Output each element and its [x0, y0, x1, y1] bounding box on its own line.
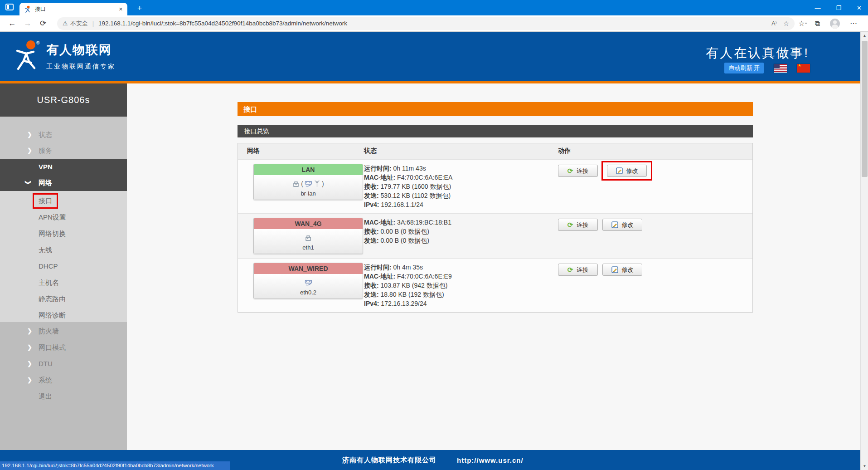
brand-title: 有人物联网 [46, 42, 116, 58]
edit-icon [616, 167, 623, 174]
url-text[interactable]: 192.168.1.1/cgi-bin/luci/;stok=8b7fc55a0… [98, 20, 765, 27]
connect-button[interactable]: ⟳ 连接 [558, 165, 598, 177]
sidebar: USR-G806s ❯ 状态 ❯ 服务 VPN ❯ 网络 [0, 83, 127, 450]
status-cell: 运行时间: 0h 11m 43s MAC-地址: F4:70:0C:6A:6E:… [355, 164, 549, 209]
profile-avatar[interactable] [830, 19, 840, 29]
chevron-right-icon: ❯ [27, 339, 32, 356]
connect-button[interactable]: ⟳ 连接 [558, 264, 598, 276]
connect-refresh-icon: ⟳ [567, 221, 573, 229]
english-flag-icon[interactable] [774, 64, 787, 73]
sidebar-item-services[interactable]: ❯ 服务 [0, 142, 127, 158]
sidebar-item-interfaces[interactable]: 接口 [0, 193, 127, 209]
forward-icon: → [20, 19, 35, 28]
browser-menu-icon[interactable]: ⋯ [850, 19, 857, 28]
sidebar-item-dhcp[interactable]: DHCP [0, 258, 127, 274]
refresh-icon[interactable]: ⟳ [35, 19, 51, 28]
tab-title: 接口 [35, 5, 115, 13]
edit-button[interactable]: 修改 [607, 165, 647, 177]
address-bar[interactable]: ⚠ 不安全 | 192.168.1.1/cgi-bin/luci/;stok=8… [57, 17, 795, 30]
sidebar-item-wireless[interactable]: 无线 [0, 242, 127, 258]
sidebar-group-active: VPN ❯ 网络 [0, 159, 127, 191]
column-actions: 动作 [549, 147, 752, 155]
sidebar-item-system[interactable]: ❯ 系统 [0, 372, 127, 388]
device-name: USR-G806s [0, 83, 127, 117]
edit-button[interactable]: 修改 [602, 219, 642, 231]
interface-badge: WAN_4G [254, 218, 363, 229]
sidebar-group-bottom: ❯ 防火墙 ❯ 网口模式 ❯ DTU ❯ 系统 退出 [0, 322, 127, 450]
window-minimize-icon[interactable]: — [815, 5, 820, 11]
browser-tab[interactable]: 接口 ✕ [19, 3, 127, 15]
chevron-right-icon: ❯ [27, 372, 32, 388]
chevron-right-icon: ❯ [27, 142, 32, 158]
scroll-down-icon[interactable]: ▼ [861, 462, 868, 470]
annotation-interfaces-highlight: 接口 [33, 193, 58, 209]
chevron-down-icon: ❯ [20, 180, 36, 185]
interface-badge: WAN_WIRED [254, 263, 363, 274]
status-cell: 运行时间: 0h 4m 35s MAC-地址: F4:70:0C:6A:6E:E… [355, 263, 549, 308]
new-tab-button[interactable]: + [134, 4, 145, 13]
footer-company: 济南有人物联网技术有限公司 [342, 456, 436, 465]
add-favorite-icon[interactable]: ☆ [783, 20, 789, 28]
section-title: 接口总览 [238, 125, 753, 137]
svg-text:®: ® [36, 40, 40, 45]
header-slogan: 有人在认真做事! [706, 44, 809, 62]
usr-logo-icon: ® [13, 39, 43, 72]
switch-icon [305, 181, 312, 187]
interface-table: 网络 状态 动作 LAN ( [238, 143, 753, 313]
sidebar-item-diagnostics[interactable]: 网络诊断 [0, 307, 127, 323]
screen: 接口 ✕ + — ❐ ✕ ← → ⟳ ⚠ 不安全 | 192.168.1.1/c… [0, 0, 868, 470]
window-restore-icon[interactable]: ❐ [836, 5, 841, 11]
main-content: 接口 接口总览 网络 状态 动作 LAN [127, 83, 868, 450]
sidebar-item-status[interactable]: ❯ 状态 [0, 127, 127, 142]
browser-toolbar: ← → ⟳ ⚠ 不安全 | 192.168.1.1/cgi-bin/luci/;… [0, 15, 868, 32]
back-icon[interactable]: ← [5, 19, 20, 28]
sidebar-item-network[interactable]: ❯ 网络 [0, 175, 127, 191]
window-close-icon[interactable]: ✕ [857, 5, 862, 11]
edit-icon [611, 221, 618, 228]
auto-refresh-toggle[interactable]: 自动刷新 开 [724, 63, 764, 73]
chinese-flag-icon[interactable] [797, 64, 810, 73]
address-separator: | [92, 20, 94, 27]
page-scrollbar[interactable]: ▲ ▼ [860, 32, 868, 470]
sidebar-item-firewall[interactable]: ❯ 防火墙 [0, 323, 127, 339]
favorites-bar-lines: ≡ [805, 21, 807, 25]
edit-icon [611, 266, 618, 273]
sidebar-item-dtu[interactable]: ❯ DTU [0, 356, 127, 372]
chevron-right-icon: ❯ [27, 323, 32, 339]
paren-open: ( [301, 180, 303, 187]
favorites-bar-icon[interactable]: ☆≡ [798, 19, 805, 28]
read-aloud-icon[interactable]: A⁾ [771, 20, 777, 27]
scroll-up-icon[interactable]: ▲ [861, 32, 868, 39]
workspace-icon[interactable] [5, 4, 14, 10]
sidebar-submenu-network: 接口 APN设置 网络切换 无线 DHCP 主机名 静态路由 网络诊断 [0, 191, 127, 322]
paren-close: ) [322, 180, 324, 187]
connect-button[interactable]: ⟳ 连接 [558, 219, 598, 231]
site-header: ® 有人物联网 工业物联网通信专家 有人在认真做事! 自动刷新 开 [0, 32, 868, 81]
sidebar-item-hostname[interactable]: 主机名 [0, 274, 127, 291]
chevron-right-icon: ❯ [27, 356, 32, 372]
status-cell: MAC-地址: 3A:68:19:BC:18:B1 接收: 0.00 B (0 … [355, 218, 549, 254]
sidebar-group-top: ❯ 状态 ❯ 服务 [0, 117, 127, 159]
chevron-right-icon: ❯ [27, 127, 32, 142]
sidebar-item-static-routes[interactable]: 静态路由 [0, 291, 127, 307]
table-row-lan: LAN ( ) br-lan [238, 159, 752, 213]
edit-button[interactable]: 修改 [602, 264, 642, 276]
sidebar-item-vpn[interactable]: VPN [0, 159, 127, 175]
page-title: 接口 [238, 102, 753, 116]
table-row-wan4g: WAN_4G eth1 MAC-地址: 3A:68:19:BC:18 [238, 213, 752, 258]
tab-close-icon[interactable]: ✕ [119, 6, 123, 12]
table-header-row: 网络 状态 动作 [238, 143, 752, 159]
sidebar-item-logout[interactable]: 退出 [0, 388, 127, 405]
collections-icon[interactable]: ⧉ [815, 20, 820, 28]
not-secure-warning-icon: ⚠ [63, 20, 68, 27]
footer-website-link[interactable]: http://www.usr.cn/ [457, 456, 524, 464]
ethernet-icon [292, 181, 300, 187]
interface-badge: LAN [254, 164, 363, 175]
interface-card-wanwired: WAN_WIRED eth0.2 [253, 263, 363, 299]
annotation-edit-highlight: 修改 [601, 161, 652, 181]
interface-device: eth0.2 [256, 289, 361, 296]
sidebar-item-apn[interactable]: APN设置 [0, 209, 127, 225]
scrollbar-thumb[interactable] [862, 41, 868, 177]
sidebar-item-network-switch[interactable]: 网络切换 [0, 225, 127, 242]
sidebar-item-port-mode[interactable]: ❯ 网口模式 [0, 339, 127, 356]
